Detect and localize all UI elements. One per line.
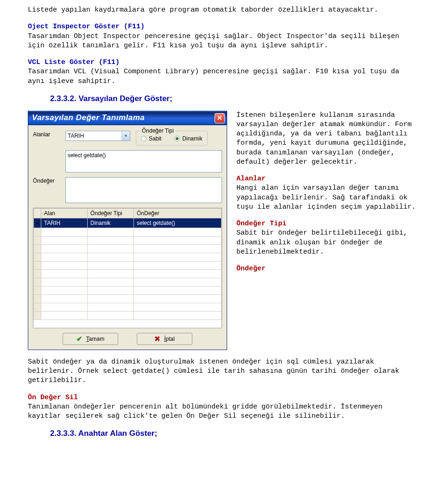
ondeger-tipi-body: Sabit bir öndeğer belirtilebileceği gibi… [236, 229, 417, 257]
desc-paragraph: İstenen bileşenlere kullanım sırasında v… [236, 111, 417, 167]
table-row[interactable] [34, 245, 222, 253]
section-2333: 2.3.3.3. Anahtar Alan Göster; [50, 428, 417, 439]
radio-icon [141, 136, 146, 141]
on-deger-sil-body: Tanımlanan öndeğerler pencerenin alt böl… [28, 402, 417, 421]
heading-ondeger-tipi: Öndeğer Tipi [236, 219, 417, 229]
grid-header-alan[interactable]: Alan [41, 208, 88, 218]
label-alanlar: Alanlar [33, 131, 65, 138]
ok-button-label: Tamam [86, 335, 104, 343]
table-row[interactable] [34, 228, 222, 236]
table-row[interactable]: ▸ TARIH Dinamik select getdate() [34, 218, 222, 228]
table-row[interactable] [34, 270, 222, 278]
ondeger-body: Sabit öndeğer ya da dinamik oluşturulmak… [28, 357, 417, 386]
combo-value: TARIH [66, 132, 121, 140]
close-button[interactable]: ✕ [215, 113, 225, 123]
section-2332: 2.3.3.2. Varsayılan Değer Göster; [50, 94, 417, 104]
cancel-icon: ✖ [154, 334, 160, 344]
heading-alanlar: Alanlar [236, 174, 417, 184]
table-row[interactable] [34, 312, 222, 320]
radio-sabit[interactable]: Sabit [141, 135, 161, 142]
cell-tipi: Dinamik [88, 218, 134, 228]
grid-header-ondeger[interactable]: ÖnDeğer [134, 208, 222, 218]
grid-corner [34, 208, 41, 218]
table-row[interactable] [34, 236, 222, 245]
heading-on-deger-sil: Ön Değer Sil [28, 393, 417, 402]
dialog-varsayilan-deger: Varsayılan Değer Tanımlama ✕ Alanlar TAR… [28, 111, 227, 350]
heading-ondeger: Öndeğer [236, 264, 417, 274]
close-icon: ✕ [217, 114, 222, 122]
radio-icon [174, 136, 180, 141]
ondeger-textarea[interactable] [65, 177, 222, 203]
radio-dinamik-label: Dinamik [182, 135, 202, 142]
table-row[interactable] [34, 303, 222, 312]
radio-dinamik[interactable]: Dinamik [174, 135, 202, 142]
radio-sabit-label: Sabit [149, 135, 161, 142]
vcl-liste-body: Tasarımdan VCL (Visual Component Library… [28, 67, 417, 86]
defaults-grid[interactable]: Alan Öndeğer Tipi ÖnDeğer ▸ TARIH Dinami… [33, 208, 222, 328]
heading-oject-inspector: Oject Inspector Göster (F11) [28, 22, 417, 32]
check-icon: ✔ [76, 334, 83, 344]
alanlar-combobox[interactable]: TARIH ▼ [65, 131, 130, 141]
intro-text: Listede yapılan kaydırmalara göre progra… [28, 6, 417, 15]
groupbox-title: Öndeğer Tipi [140, 127, 176, 134]
chevron-down-icon: ▼ [121, 131, 130, 140]
groupbox-ondeger-tipi: Öndeğer Tipi Sabit Dinamik [136, 131, 208, 146]
table-row[interactable] [34, 278, 222, 287]
table-row[interactable] [34, 262, 222, 270]
cancel-button-label: İptal [164, 335, 175, 343]
grid-header-tipi[interactable]: Öndeğer Tipi [88, 208, 134, 218]
cancel-button[interactable]: ✖ İptal [137, 333, 192, 345]
table-row[interactable] [34, 253, 222, 262]
ondeger-textarea-top[interactable]: select getdate() [65, 150, 222, 172]
table-row[interactable] [34, 287, 222, 295]
table-row[interactable] [34, 295, 222, 303]
titlebar: Varsayılan Değer Tanımlama ✕ [28, 111, 227, 125]
label-ondeger: Öndeğer [33, 177, 65, 185]
cell-alan: TARIH [41, 218, 88, 228]
oject-inspector-body: Tasarımdan Object Inspector penceresine … [28, 32, 417, 51]
row-indicator-icon: ▸ [34, 218, 41, 228]
window-title: Varsayılan Değer Tanımlama [32, 113, 215, 123]
ok-button[interactable]: ✔ Tamam [63, 333, 118, 345]
alanlar-body: Hangi alan için varsayılan değer tanımı … [236, 184, 417, 212]
cell-ondeger: select getdate() [134, 218, 222, 228]
heading-vcl-liste: VCL Liste Göster (F11) [28, 58, 417, 67]
